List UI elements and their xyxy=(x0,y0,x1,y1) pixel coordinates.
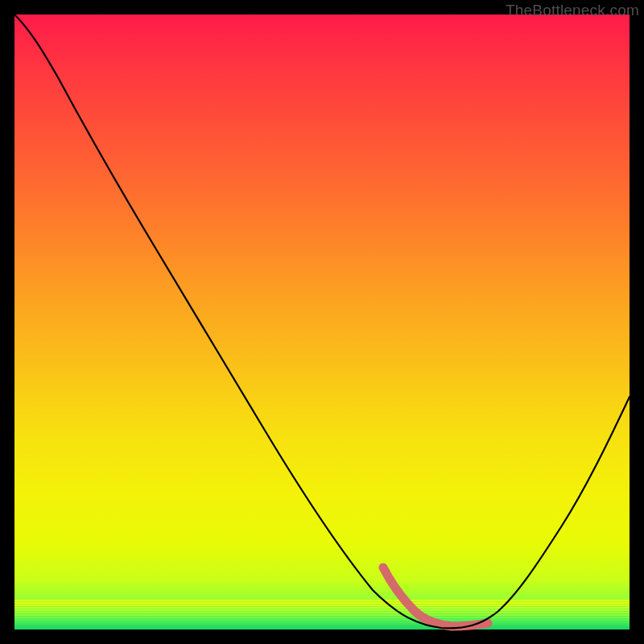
plot-area xyxy=(14,14,630,630)
minimum-highlight xyxy=(383,568,488,626)
watermark-text: TheBottleneck.com xyxy=(506,2,639,19)
chart-svg xyxy=(14,14,630,630)
bottleneck-curve xyxy=(14,14,630,628)
chart-frame: TheBottleneck.com xyxy=(0,0,644,644)
